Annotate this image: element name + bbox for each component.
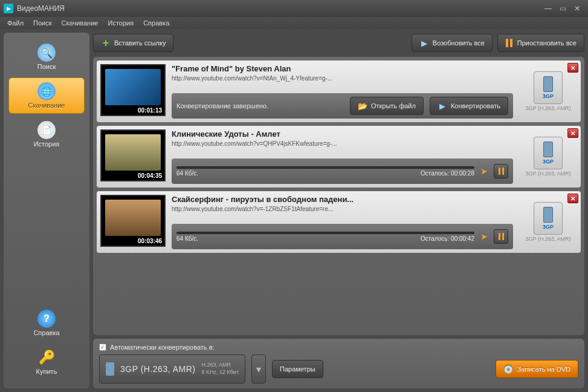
phone-icon — [106, 362, 114, 376]
pause-item-button[interactable] — [494, 164, 508, 178]
video-duration: 00:04:35 — [135, 171, 164, 180]
app-logo-icon: ▶ — [4, 4, 13, 13]
sidebar-item-history[interactable]: 📄 История — [8, 116, 85, 152]
format-label: 3GP — [543, 224, 554, 230]
output-format-audio: 8 KHz, 12 Кбит — [201, 369, 239, 376]
open-file-button[interactable]: 📂 Открыть файл — [350, 97, 424, 115]
download-row: ✕ 00:03:46 Скайсерфинг - пируэты в свобо… — [97, 191, 581, 253]
video-url: http://www.youtube.com/watch?v=QHPV4jsKF… — [172, 140, 513, 147]
sidebar-item-buy[interactable]: 🔑 Купить — [8, 344, 85, 380]
toolbar: + Вставить ссылку ▶ Возобновить все Прио… — [93, 33, 584, 53]
video-thumbnail[interactable]: 00:01:13 — [100, 64, 166, 116]
menu-download[interactable]: Скачивание — [57, 18, 103, 28]
format-label: 3GP — [543, 93, 554, 99]
convert-icon: ▶ — [438, 101, 447, 111]
folder-icon: 📂 — [358, 101, 367, 111]
download-row: ✕ 00:04:35 Клинические Удоты - Амлет htt… — [97, 126, 581, 188]
sidebar-label-download: Скачивание — [28, 102, 65, 109]
format-button[interactable]: 3GP — [534, 137, 563, 169]
format-button[interactable]: 3GP — [534, 202, 563, 235]
sidebar-item-help[interactable]: ? Справка — [8, 305, 85, 341]
output-format-title: 3GP (H.263, AMR) — [120, 364, 195, 374]
format-dropdown-button[interactable]: ▾ — [251, 354, 266, 384]
pause-item-button[interactable] — [494, 229, 508, 244]
key-icon: 🔑 — [37, 348, 56, 367]
arrow-right-icon: ➤ — [480, 166, 488, 176]
auto-convert-checkbox[interactable]: ✓ — [99, 344, 106, 351]
sidebar-item-download[interactable]: 🌐 Скачивание — [8, 77, 85, 114]
phone-icon — [543, 142, 553, 157]
remove-item-button[interactable]: ✕ — [567, 128, 578, 138]
sidebar-item-search[interactable]: 🔍 Поиск — [8, 39, 85, 75]
pause-all-label: Приостановить все — [517, 39, 577, 47]
progress-bar — [176, 232, 474, 234]
time-remaining: Осталось: 00:00:42 — [421, 235, 474, 242]
auto-convert-label: Автоматически конвертировать в: — [110, 344, 215, 351]
format-desc: 3GP (H.263, AMR) — [526, 171, 571, 177]
output-format-codec: H.263, AMR — [201, 362, 239, 369]
pause-all-button[interactable]: Приостановить все — [497, 34, 584, 52]
sidebar: 🔍 Поиск 🌐 Скачивание 📄 История ? Справка… — [4, 33, 89, 388]
menu-search[interactable]: Поиск — [28, 18, 56, 28]
download-list: ✕ 00:01:13 "Frame of Mind" by Steven Ala… — [93, 57, 584, 335]
video-title: "Frame of Mind" by Steven Alan — [172, 64, 513, 73]
app-window: ▶ ВидеоМАНИЯ — ▭ ✕ Файл Поиск Скачивание… — [0, 0, 588, 392]
convert-label: Конвертировать — [451, 102, 500, 109]
phone-icon — [543, 76, 553, 92]
close-window-button[interactable]: ✕ — [570, 4, 584, 13]
format-desc: 3GP (H.263, AMR) — [526, 105, 571, 111]
disc-icon: 💿 — [503, 364, 513, 374]
video-thumbnail[interactable]: 00:04:35 — [100, 129, 166, 181]
arrow-right-icon: ➤ — [480, 232, 488, 241]
window-title: ВидеоМАНИЯ — [17, 4, 65, 13]
open-file-label: Открыть файл — [371, 102, 416, 109]
video-url: http://www.youtube.com/watch?v=NtAn_Wj_4… — [172, 75, 513, 82]
video-duration: 00:01:13 — [135, 106, 164, 115]
video-duration: 00:03:46 — [135, 237, 164, 246]
resume-all-label: Возобновить все — [433, 39, 485, 47]
video-title: Клинические Удоты - Амлет — [172, 129, 513, 139]
burn-dvd-button[interactable]: 💿 Записать на DVD — [496, 360, 578, 378]
remove-item-button[interactable]: ✕ — [567, 194, 578, 203]
maximize-button[interactable]: ▭ — [555, 4, 570, 13]
resume-all-button[interactable]: ▶ Возобновить все — [412, 34, 493, 52]
menu-help[interactable]: Справка — [138, 18, 174, 28]
menu-history[interactable]: История — [103, 18, 138, 28]
sidebar-label-search: Поиск — [37, 63, 56, 70]
download-speed: 64 Кб/с. — [176, 235, 198, 242]
plus-icon: + — [101, 38, 111, 48]
sidebar-label-buy: Купить — [36, 368, 57, 375]
paste-link-button[interactable]: + Вставить ссылку — [93, 34, 173, 52]
menu-file[interactable]: Файл — [2, 18, 28, 28]
remove-item-button[interactable]: ✕ — [567, 63, 578, 73]
bottom-panel: ✓ Автоматически конвертировать в: 3GP (H… — [93, 339, 584, 388]
sidebar-label-help: Справка — [33, 329, 59, 336]
params-label: Параметры — [280, 365, 315, 373]
output-format-select[interactable]: 3GP (H.263, AMR) H.263, AMR 8 KHz, 12 Кб… — [99, 354, 245, 384]
format-label: 3GP — [543, 158, 554, 165]
conversion-status: Конвертирование завершено. — [176, 102, 268, 109]
help-icon: ? — [37, 310, 56, 328]
main-area: + Вставить ссылку ▶ Возобновить все Прио… — [93, 33, 584, 388]
convert-button[interactable]: ▶ Конвертировать — [430, 97, 508, 115]
video-thumbnail[interactable]: 00:03:46 — [100, 195, 166, 247]
download-row: ✕ 00:01:13 "Frame of Mind" by Steven Ala… — [97, 60, 581, 122]
sidebar-label-history: История — [34, 140, 60, 148]
phone-icon — [543, 207, 553, 223]
title-bar: ▶ ВидеоМАНИЯ — ▭ ✕ — [0, 0, 588, 17]
format-desc: 3GP (H.263, AMR) — [526, 236, 571, 242]
time-remaining: Осталось: 00:00:28 — [421, 170, 474, 177]
search-icon: 🔍 — [37, 44, 56, 62]
download-speed: 64 Кб/с. — [176, 170, 198, 177]
history-icon: 📄 — [37, 121, 56, 139]
pause-icon — [505, 38, 514, 48]
params-button[interactable]: Параметры — [272, 360, 323, 378]
paste-link-label: Вставить ссылку — [114, 39, 166, 47]
minimize-button[interactable]: — — [541, 4, 555, 13]
burn-dvd-label: Записать на DVD — [517, 365, 570, 373]
play-icon: ▶ — [419, 38, 429, 48]
format-button[interactable]: 3GP — [534, 71, 563, 104]
video-title: Скайсерфинг - пируэты в свободном падени… — [172, 195, 513, 204]
video-url: http://www.youtube.com/watch?v=-1ZRbZSF1… — [172, 206, 513, 212]
menu-bar: Файл Поиск Скачивание История Справка — [0, 17, 588, 29]
